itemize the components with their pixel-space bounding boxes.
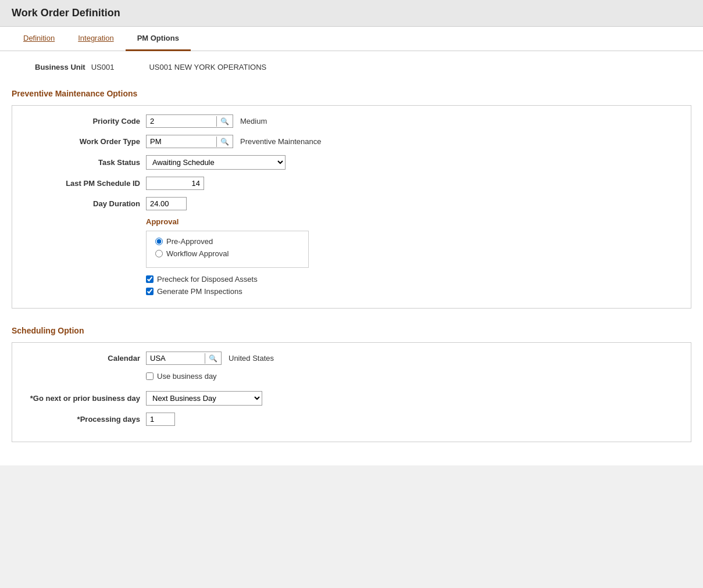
generate-pm-inspections-row: Generate PM Inspections [146,287,679,296]
processing-days-input[interactable] [146,413,175,426]
precheck-disposed-label: Precheck for Disposed Assets [157,275,258,284]
tab-integration[interactable]: Integration [66,27,125,51]
generate-pm-inspections-checkbox[interactable] [146,288,154,295]
pre-approved-row: Pre-Approved [155,237,299,246]
generate-pm-inspections-label: Generate PM Inspections [157,287,242,296]
precheck-disposed-checkbox[interactable] [146,275,154,283]
workflow-approval-radio[interactable] [155,250,163,257]
task-status-dropdown[interactable]: Awaiting Schedule Open Closed Cancelled [146,155,286,170]
business-unit-code: US001 [91,63,115,71]
use-business-day-checkbox-row: Use business day [146,372,217,381]
pre-approved-label: Pre-Approved [166,237,213,246]
pm-options-form: Priority Code 🔍 Medium Work Order Type 🔍… [12,106,691,308]
use-business-day-checkbox[interactable] [146,372,154,380]
precheck-disposed-row: Precheck for Disposed Assets [146,275,679,284]
main-content: Business Unit US001 US001 NEW YORK OPERA… [0,51,703,465]
workflow-approval-label: Workflow Approval [166,249,229,258]
last-pm-schedule-id-label: Last PM Schedule ID [24,179,140,188]
calendar-input[interactable] [147,352,205,364]
business-unit-description: US001 NEW YORK OPERATIONS [149,63,266,71]
go-next-prior-row: *Go next or prior business day Next Busi… [24,391,679,406]
work-order-type-label: Work Order Type [24,137,140,146]
work-order-type-input[interactable] [147,135,216,148]
work-order-type-input-wrapper: 🔍 [146,135,233,148]
business-unit-row: Business Unit US001 US001 NEW YORK OPERA… [12,63,691,71]
page-header: Work Order Definition [0,0,703,27]
day-duration-input[interactable] [146,197,187,210]
processing-days-label: *Processing days [24,415,140,424]
priority-code-row: Priority Code 🔍 Medium [24,114,679,128]
priority-code-desc: Medium [240,117,267,126]
calendar-label: Calendar [24,354,140,363]
business-unit-label: Business Unit [35,63,85,71]
task-status-label: Task Status [24,158,140,167]
tab-definition[interactable]: Definition [12,27,66,51]
pm-options-section: Priority Code 🔍 Medium Work Order Type 🔍… [12,105,691,309]
approval-container: Approval Pre-Approved Workflow Approval [24,217,679,268]
scheduling-section: Calendar 🔍 United States Use business da… [12,342,691,442]
go-next-prior-label: *Go next or prior business day [24,394,140,403]
approval-section: Approval Pre-Approved Workflow Approval [146,217,679,268]
calendar-row: Calendar 🔍 United States [24,352,679,365]
priority-code-input-wrapper: 🔍 [146,114,233,128]
tabs-bar: Definition Integration PM Options [0,27,703,51]
calendar-search-button[interactable]: 🔍 [205,353,221,364]
approval-title: Approval [146,217,179,226]
pre-approved-radio[interactable] [155,238,163,245]
work-order-type-search-button[interactable]: 🔍 [216,137,233,147]
last-pm-schedule-id-row: Last PM Schedule ID [24,177,679,190]
work-order-type-desc: Preventive Maintenance [240,137,321,146]
page-title: Work Order Definition [12,7,691,19]
work-order-type-row: Work Order Type 🔍 Preventive Maintenance [24,135,679,148]
scheduling-section-title: Scheduling Option [12,320,691,338]
calendar-desc: United States [229,354,274,363]
go-next-prior-dropdown[interactable]: Next Business Day Prior Business Day [146,391,262,406]
last-pm-schedule-id-input[interactable] [146,177,204,190]
use-business-day-label: Use business day [157,372,217,381]
workflow-approval-row: Workflow Approval [155,249,299,258]
scheduling-form: Calendar 🔍 United States Use business da… [12,343,691,442]
day-duration-row: Day Duration [24,197,679,210]
pm-section-title: Preventive Maintenance Options [12,83,691,101]
day-duration-label: Day Duration [24,199,140,208]
calendar-input-wrapper: 🔍 [146,352,222,365]
processing-days-row: *Processing days [24,413,679,426]
use-business-day-row: Use business day [24,372,679,384]
task-status-row: Task Status Awaiting Schedule Open Close… [24,155,679,170]
approval-box: Pre-Approved Workflow Approval [146,231,309,268]
checkboxes-section: Precheck for Disposed Assets Generate PM… [146,275,679,296]
tab-pm-options[interactable]: PM Options [126,27,191,51]
priority-code-label: Priority Code [24,117,140,126]
priority-code-search-button[interactable]: 🔍 [216,116,233,127]
priority-code-input[interactable] [147,115,216,127]
